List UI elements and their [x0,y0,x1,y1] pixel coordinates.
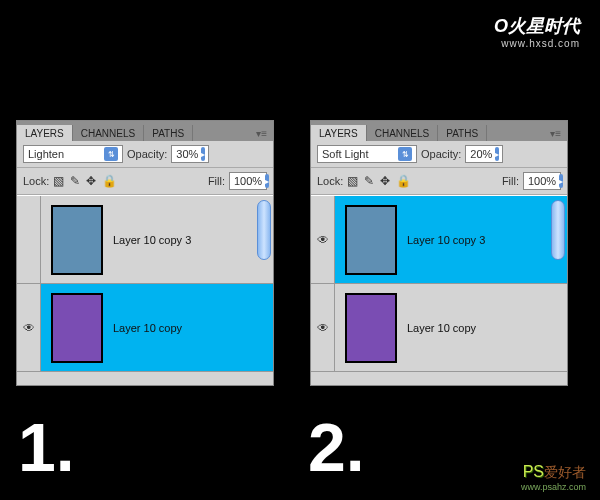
tab-paths[interactable]: PATHS [438,125,487,141]
step-number-2: 2. [308,408,365,486]
eye-icon: 👁 [317,233,329,247]
fill-label: Fill: [208,175,225,187]
layer-name-label: Layer 10 copy [407,322,476,334]
layer-name-label: Layer 10 copy 3 [407,234,485,246]
tab-channels[interactable]: CHANNELS [73,125,144,141]
layer-thumbnail[interactable] [51,293,103,363]
layer-row[interactable]: 👁 Layer 10 copy 3 [311,196,567,284]
lock-move-icon[interactable]: ✥ [380,174,390,188]
fill-input[interactable]: 100%▸ [523,172,561,190]
lock-icons[interactable]: ▧ ✎ ✥ 🔒 [53,174,117,188]
panel-tabs: LAYERS CHANNELS PATHS ▾≡ [311,121,567,141]
lock-move-icon[interactable]: ✥ [86,174,96,188]
layer-name-label: Layer 10 copy [113,322,182,334]
lock-icons[interactable]: ▧ ✎ ✥ 🔒 [347,174,411,188]
layer-thumbnail[interactable] [51,205,103,275]
layer-row[interactable]: 👁 Layer 10 copy [311,284,567,372]
lock-all-icon[interactable]: 🔒 [396,174,411,188]
blend-mode-select[interactable]: Lighten⇅ [23,145,123,163]
panel-menu-icon[interactable]: ▾≡ [544,126,567,141]
step-number-1: 1. [18,408,75,486]
watermark-bottom: PS爱好者 www.psahz.com [521,463,586,492]
visibility-toggle[interactable]: 👁 [311,196,335,283]
panels-container: LAYERS CHANNELS PATHS ▾≡ Lighten⇅ Opacit… [16,120,568,386]
opacity-input[interactable]: 20%▸ [465,145,503,163]
lock-transparency-icon[interactable]: ▧ [53,174,64,188]
layer-thumbnail[interactable] [345,293,397,363]
lock-label: Lock: [317,175,343,187]
tab-layers[interactable]: LAYERS [17,125,73,141]
lock-all-icon[interactable]: 🔒 [102,174,117,188]
tab-layers[interactable]: LAYERS [311,125,367,141]
layers-panel-2: LAYERS CHANNELS PATHS ▾≡ Soft Light⇅ Opa… [310,120,568,386]
tab-channels[interactable]: CHANNELS [367,125,438,141]
panel-tabs: LAYERS CHANNELS PATHS ▾≡ [17,121,273,141]
layers-panel-1: LAYERS CHANNELS PATHS ▾≡ Lighten⇅ Opacit… [16,120,274,386]
visibility-toggle[interactable]: 👁 [311,284,335,371]
scrollbar[interactable] [551,200,565,260]
layer-row[interactable]: Layer 10 copy 3 [17,196,273,284]
lock-label: Lock: [23,175,49,187]
lock-brush-icon[interactable]: ✎ [70,174,80,188]
layers-list: Layer 10 copy 3 👁 Layer 10 copy [17,195,273,385]
visibility-toggle[interactable]: 👁 [17,284,41,371]
opacity-input[interactable]: 30%▸ [171,145,209,163]
eye-icon: 👁 [23,321,35,335]
eye-icon: 👁 [317,321,329,335]
opacity-label: Opacity: [127,148,167,160]
panel-menu-icon[interactable]: ▾≡ [250,126,273,141]
layer-row[interactable]: 👁 Layer 10 copy [17,284,273,372]
layers-list: 👁 Layer 10 copy 3 👁 Layer 10 copy [311,195,567,385]
layer-name-label: Layer 10 copy 3 [113,234,191,246]
watermark-top: O火星时代 www.hxsd.com [494,14,580,49]
scrollbar[interactable] [257,200,271,260]
blend-mode-select[interactable]: Soft Light⇅ [317,145,417,163]
fill-label: Fill: [502,175,519,187]
opacity-label: Opacity: [421,148,461,160]
tab-paths[interactable]: PATHS [144,125,193,141]
lock-brush-icon[interactable]: ✎ [364,174,374,188]
fill-input[interactable]: 100%▸ [229,172,267,190]
visibility-toggle[interactable] [17,196,41,283]
lock-transparency-icon[interactable]: ▧ [347,174,358,188]
layer-thumbnail[interactable] [345,205,397,275]
